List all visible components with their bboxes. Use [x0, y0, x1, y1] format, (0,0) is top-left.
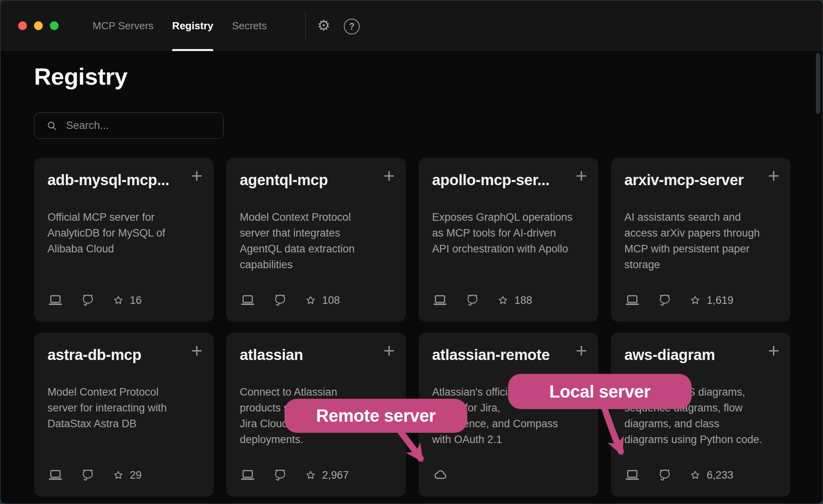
card-footer: 16 — [47, 292, 200, 308]
github-icon — [81, 293, 95, 307]
zoom-window-button[interactable] — [50, 21, 59, 30]
server-card[interactable]: agentql-mcp + Model Context Protocol ser… — [226, 158, 406, 322]
search-box[interactable] — [34, 112, 224, 139]
server-name: atlassian — [240, 346, 382, 364]
server-description: Official MCP server for AnalyticDB for M… — [47, 209, 200, 257]
title-bar: MCP Servers Registry Secrets ⚙ ? — [0, 0, 823, 51]
search-icon — [46, 120, 57, 131]
stars: 6,233 — [689, 469, 734, 481]
github-icon — [658, 293, 672, 307]
tab-registry[interactable]: Registry — [172, 0, 213, 51]
server-card[interactable]: astra-db-mcp + Model Context Protocol se… — [34, 333, 214, 496]
server-name: arxiv-mcp-server — [624, 171, 767, 189]
help-icon[interactable]: ? — [344, 19, 360, 34]
star-count: 2,967 — [322, 469, 349, 481]
main-nav: MCP Servers Registry Secrets — [93, 0, 267, 51]
star-count: 29 — [130, 469, 142, 481]
add-server-button[interactable]: + — [383, 341, 395, 360]
card-footer: 1,619 — [624, 292, 777, 308]
traffic-lights — [18, 21, 59, 30]
server-description: Exposes GraphQL operations as MCP tools … — [432, 209, 585, 257]
gear-icon[interactable]: ⚙ — [315, 18, 332, 35]
star-icon — [305, 294, 317, 306]
topbar-divider — [305, 12, 306, 39]
stars: 2,967 — [305, 469, 349, 481]
server-name: astra-db-mcp — [47, 346, 190, 364]
star-count: 188 — [514, 294, 532, 307]
cloud-icon — [432, 466, 449, 483]
card-footer — [432, 466, 585, 483]
server-name: adb-mysql-mcp... — [47, 171, 190, 189]
laptop-icon — [240, 292, 256, 308]
local-server-callout: Local server — [508, 374, 692, 409]
stars: 29 — [112, 469, 142, 481]
stars: 16 — [112, 294, 142, 307]
server-description: Model Context Protocol server that integ… — [240, 209, 393, 273]
star-icon — [497, 294, 509, 306]
registry-grid: adb-mysql-mcp... + Official MCP server f… — [34, 158, 791, 496]
server-description: AI assistants search and access arXiv pa… — [624, 209, 777, 273]
scrollbar-thumb[interactable] — [816, 53, 820, 114]
github-icon — [273, 293, 287, 307]
laptop-icon — [47, 292, 63, 308]
tab-secrets[interactable]: Secrets — [232, 0, 267, 51]
laptop-icon — [240, 467, 256, 483]
card-footer: 108 — [240, 292, 393, 308]
server-description: Model Context Protocol server for intera… — [47, 384, 200, 432]
add-server-button[interactable]: + — [768, 166, 779, 186]
laptop-icon — [432, 292, 448, 308]
github-icon — [658, 468, 672, 482]
github-icon — [273, 468, 287, 482]
page-title: Registry — [34, 63, 127, 90]
server-name: agentql-mcp — [240, 171, 382, 189]
star-icon — [112, 294, 124, 306]
server-name: apollo-mcp-ser... — [432, 171, 575, 189]
card-footer: 2,967 — [240, 467, 393, 483]
star-icon — [305, 469, 317, 481]
star-count: 6,233 — [707, 469, 734, 481]
server-card[interactable]: adb-mysql-mcp... + Official MCP server f… — [34, 158, 214, 322]
stars: 188 — [497, 294, 532, 307]
remote-server-callout: Remote server — [284, 399, 467, 433]
stars: 108 — [305, 294, 340, 307]
card-footer: 6,233 — [624, 467, 777, 483]
star-count: 1,619 — [707, 294, 734, 307]
close-window-button[interactable] — [18, 21, 27, 30]
laptop-icon — [624, 467, 640, 483]
laptop-icon — [47, 467, 63, 483]
star-count: 16 — [130, 294, 142, 307]
server-name: aws-diagram — [624, 346, 767, 364]
card-footer: 188 — [432, 292, 585, 308]
server-card[interactable]: aws-diagram + Generate AWS diagrams, seq… — [611, 333, 791, 496]
github-icon — [465, 293, 480, 307]
add-server-button[interactable]: + — [576, 341, 587, 360]
add-server-button[interactable]: + — [191, 341, 203, 360]
card-footer: 29 — [47, 467, 200, 483]
laptop-icon — [624, 292, 640, 308]
search-input[interactable] — [65, 119, 217, 132]
github-icon — [81, 468, 95, 482]
star-icon — [689, 469, 701, 481]
add-server-button[interactable]: + — [576, 166, 587, 186]
star-icon — [112, 469, 124, 481]
app-window: MCP Servers Registry Secrets ⚙ ? Registr… — [0, 0, 823, 504]
server-name: atlassian-remote — [432, 346, 575, 364]
star-icon — [689, 294, 701, 306]
minimize-window-button[interactable] — [34, 21, 43, 30]
tab-mcp-servers[interactable]: MCP Servers — [93, 0, 154, 51]
star-count: 108 — [322, 294, 340, 307]
add-server-button[interactable]: + — [191, 166, 203, 186]
add-server-button[interactable]: + — [768, 341, 779, 360]
server-card[interactable]: arxiv-mcp-server + AI assistants search … — [611, 158, 791, 322]
server-card[interactable]: apollo-mcp-ser... + Exposes GraphQL oper… — [419, 158, 598, 322]
add-server-button[interactable]: + — [383, 166, 395, 186]
stars: 1,619 — [689, 294, 734, 307]
